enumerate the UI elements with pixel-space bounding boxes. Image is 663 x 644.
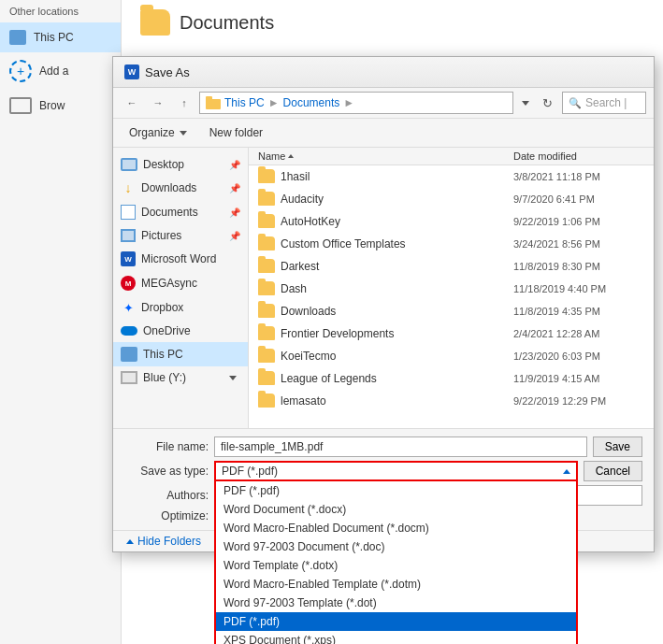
savetype-container: PDF (*.pdf) PDF (*.pdf)Word Document (*.… bbox=[214, 461, 578, 481]
file-name: lemasato bbox=[281, 394, 508, 408]
new-folder-label: New folder bbox=[209, 126, 263, 139]
col-date-header[interactable]: Date modified bbox=[513, 150, 644, 162]
mega-label: MEGAsync bbox=[141, 277, 197, 290]
pin-icon-desktop: 📌 bbox=[229, 160, 240, 170]
hide-folders-chevron-icon bbox=[126, 539, 134, 544]
dialog-toolbar: Organize New folder bbox=[113, 119, 654, 148]
hide-folders-label: Hide Folders bbox=[137, 535, 201, 548]
breadcrumb-bar[interactable]: This PC ► Documents ► bbox=[199, 92, 513, 114]
documents-icon bbox=[121, 205, 136, 220]
col-name-header[interactable]: Name bbox=[258, 150, 513, 162]
file-item[interactable]: League of Legends 11/9/2019 4:15 AM bbox=[249, 367, 654, 390]
blue-y-label: Blue (Y:) bbox=[143, 371, 186, 384]
file-name: League of Legends bbox=[281, 372, 508, 385]
search-box[interactable]: 🔍 Search | bbox=[562, 92, 646, 114]
file-list: Name Date modified 1hasil 3/8/2021 11:18… bbox=[249, 148, 654, 428]
filename-input[interactable] bbox=[214, 436, 587, 457]
add-bg-label: Add a bbox=[39, 64, 68, 78]
file-item[interactable]: Darkest 11/8/2019 8:30 PM bbox=[249, 255, 654, 278]
downloads-label: Downloads bbox=[141, 181, 196, 194]
filename-row: File name: Save bbox=[124, 436, 642, 457]
file-item[interactable]: KoeiTecmo 1/23/2020 6:03 PM bbox=[249, 345, 654, 367]
desktop-label: Desktop bbox=[143, 158, 184, 171]
save-button[interactable]: Save bbox=[593, 436, 642, 457]
col-date-label: Date modified bbox=[513, 150, 577, 162]
add-icon: + bbox=[9, 60, 32, 82]
sidebar-item-msword[interactable]: W Microsoft Word bbox=[113, 247, 248, 271]
back-button[interactable]: ← bbox=[121, 92, 143, 114]
desktop-icon bbox=[121, 158, 137, 171]
dropdown-item[interactable]: Word 97-2003 Template (*.dot) bbox=[216, 594, 576, 612]
cancel-button[interactable]: Cancel bbox=[584, 461, 642, 481]
onedrive-icon bbox=[121, 326, 137, 336]
pictures-icon bbox=[121, 229, 136, 242]
dropdown-item[interactable]: Word 97-2003 Document (*.doc) bbox=[216, 537, 576, 556]
file-item[interactable]: AutoHotKey 9/22/2019 1:06 PM bbox=[249, 210, 654, 233]
file-item[interactable]: Frontier Developments 2/4/2021 12:28 AM bbox=[249, 322, 654, 345]
dropdown-item[interactable]: Word Macro-Enabled Document (*.docm) bbox=[216, 519, 576, 537]
savetype-value: PDF (*.pdf) bbox=[222, 465, 278, 478]
dropdown-item[interactable]: Word Document (*.docx) bbox=[216, 500, 576, 519]
sidebar-item-blue-y[interactable]: Blue (Y:) bbox=[113, 366, 248, 389]
dropdown-item[interactable]: XPS Document (*.xps) bbox=[216, 631, 576, 644]
pin-icon-pictures: 📌 bbox=[229, 231, 240, 241]
file-item[interactable]: Custom Office Templates 3/24/2021 8:56 P… bbox=[249, 233, 654, 255]
folder-icon bbox=[258, 349, 275, 363]
file-items-container: 1hasil 3/8/2021 11:18 PM Audacity 9/7/20… bbox=[249, 165, 654, 412]
file-item[interactable]: Audacity 9/7/2020 6:41 PM bbox=[249, 188, 654, 210]
file-name: Audacity bbox=[281, 193, 508, 206]
this-pc-bg-item[interactable]: This PC bbox=[0, 22, 121, 52]
file-name: Downloads bbox=[281, 305, 508, 318]
file-name: KoeiTecmo bbox=[281, 350, 508, 363]
breadcrumb-documents[interactable]: Documents bbox=[283, 96, 340, 109]
up-button[interactable]: ↑ bbox=[173, 92, 195, 114]
sidebar-item-desktop[interactable]: Desktop 📌 bbox=[113, 153, 248, 176]
file-date: 11/18/2019 4:40 PM bbox=[513, 283, 644, 294]
mega-icon: M bbox=[121, 276, 136, 291]
organize-button[interactable]: Organize bbox=[123, 122, 194, 143]
sidebar: Desktop 📌 ↓ Downloads 📌 Documents 📌 Pict… bbox=[113, 148, 249, 428]
breadcrumb-thispc[interactable]: This PC bbox=[224, 96, 265, 109]
sidebar-item-downloads[interactable]: ↓ Downloads 📌 bbox=[113, 176, 248, 200]
msword-label: Microsoft Word bbox=[141, 252, 216, 265]
sidebar-item-onedrive[interactable]: OneDrive bbox=[113, 320, 248, 342]
organize-label: Organize bbox=[129, 126, 175, 139]
add-bg-item[interactable]: + Add a bbox=[0, 52, 121, 90]
file-date: 1/23/2020 6:03 PM bbox=[513, 351, 644, 362]
dialog-titlebar: W Save As bbox=[113, 57, 654, 88]
forward-button[interactable]: → bbox=[147, 92, 169, 114]
word-title-icon: W bbox=[124, 64, 139, 79]
folder-icon bbox=[258, 192, 275, 206]
dropdown-item[interactable]: Word Macro-Enabled Template (*.dotm) bbox=[216, 575, 576, 594]
file-item[interactable]: Downloads 11/8/2019 4:35 PM bbox=[249, 300, 654, 322]
refresh-button[interactable]: ↻ bbox=[536, 92, 558, 114]
downloads-icon: ↓ bbox=[121, 180, 136, 195]
folder-icon bbox=[258, 371, 275, 385]
col-name-label: Name bbox=[258, 150, 285, 162]
file-item[interactable]: 1hasil 3/8/2021 11:18 PM bbox=[249, 165, 654, 188]
file-item[interactable]: Dash 11/18/2019 4:40 PM bbox=[249, 278, 654, 300]
new-folder-button[interactable]: New folder bbox=[203, 122, 269, 143]
sidebar-item-megasync[interactable]: M MEGAsync bbox=[113, 271, 248, 295]
organize-chevron-icon bbox=[180, 131, 187, 136]
search-placeholder: Search | bbox=[585, 96, 627, 109]
browse-bg-item[interactable]: Brow bbox=[0, 90, 121, 122]
file-list-header: Name Date modified bbox=[249, 148, 654, 165]
dropdown-item[interactable]: PDF (*.pdf) bbox=[216, 612, 576, 631]
savetype-chevron-icon bbox=[563, 469, 570, 474]
dropdown-item[interactable]: PDF (*.pdf) bbox=[216, 481, 576, 500]
sidebar-item-dropbox[interactable]: ✦ Dropbox bbox=[113, 295, 248, 320]
sidebar-item-documents[interactable]: Documents 📌 bbox=[113, 200, 248, 224]
file-date: 9/22/2019 1:06 PM bbox=[513, 216, 644, 227]
folder-icon bbox=[258, 214, 275, 228]
address-dropdown-button[interactable] bbox=[517, 92, 532, 114]
sidebar-item-thispc[interactable]: This PC bbox=[113, 342, 248, 366]
savetype-input[interactable]: PDF (*.pdf) bbox=[214, 461, 578, 481]
svg-rect-1 bbox=[206, 96, 212, 101]
dropdown-item[interactable]: Word Template (*.dotx) bbox=[216, 556, 576, 575]
folder-icon bbox=[258, 394, 275, 408]
sidebar-item-pictures[interactable]: Pictures 📌 bbox=[113, 224, 248, 247]
thispc-label: This PC bbox=[143, 348, 183, 361]
file-item[interactable]: lemasato 9/22/2019 12:29 PM bbox=[249, 390, 654, 412]
file-name: 1hasil bbox=[281, 170, 508, 183]
